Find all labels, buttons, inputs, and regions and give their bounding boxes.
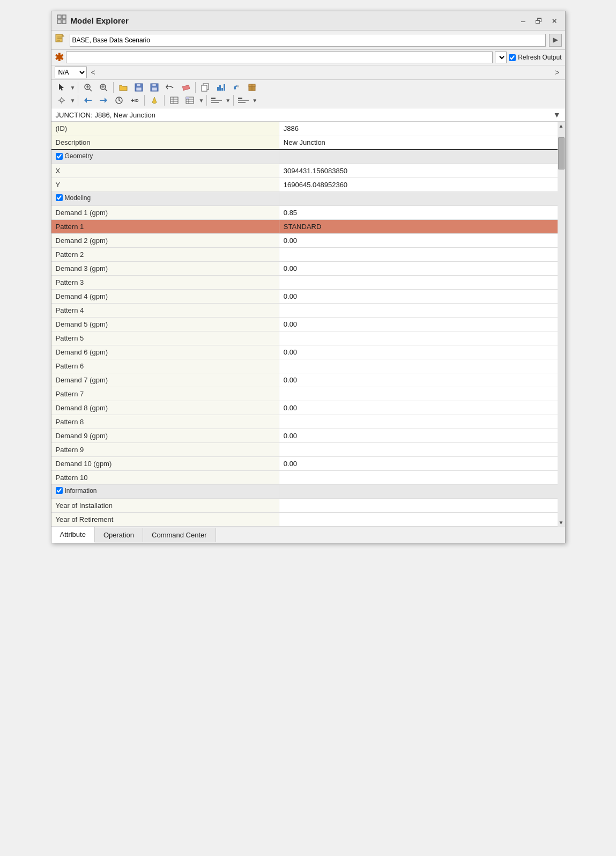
scrollbar-thumb[interactable] <box>558 137 565 169</box>
table-row[interactable]: Pattern 8 <box>51 415 558 429</box>
format-button1[interactable] <box>210 94 224 106</box>
table-row[interactable]: Pattern 1STANDARD <box>51 219 558 233</box>
property-value[interactable]: 0.00 <box>279 345 557 359</box>
zoom-in-button[interactable] <box>97 82 110 93</box>
sep1 <box>78 82 78 93</box>
add-id-button[interactable]: +ID <box>128 94 142 106</box>
property-value[interactable]: 1690645.048952360 <box>279 178 557 191</box>
chevron-left[interactable]: < <box>89 68 98 77</box>
table-row[interactable]: Information <box>51 484 558 498</box>
table-row[interactable]: Pattern 3 <box>51 275 558 289</box>
table-row[interactable]: Demand 8 (gpm)0.00 <box>51 401 558 415</box>
open-button[interactable] <box>116 82 130 93</box>
table-view2[interactable] <box>183 94 197 106</box>
table-row[interactable]: Year of Installation <box>51 498 558 512</box>
table-row[interactable]: (ID)J886 <box>51 122 558 136</box>
table-row[interactable]: Pattern 6 <box>51 359 558 373</box>
settings-dropdown[interactable]: ▼ <box>70 98 76 104</box>
back-button[interactable] <box>81 94 95 106</box>
table-row[interactable]: Pattern 7 <box>51 387 558 401</box>
na-select[interactable]: N/A <box>55 67 87 78</box>
table-row[interactable]: Demand 7 (gpm)0.00 <box>51 373 558 387</box>
sep7 <box>206 95 207 106</box>
history-button[interactable] <box>112 94 126 106</box>
section-checkbox[interactable] <box>56 487 63 494</box>
table-row[interactable]: Demand 5 (gpm)0.00 <box>51 317 558 331</box>
table-row[interactable]: Pattern 5 <box>51 331 558 345</box>
section-checkbox[interactable] <box>56 153 63 160</box>
scenario-nav-button[interactable] <box>549 34 562 47</box>
table-dropdown1[interactable]: ▼ <box>198 98 204 104</box>
cursor-dropdown[interactable]: ▼ <box>70 85 76 91</box>
table-row[interactable]: DescriptionNew Junction <box>51 136 558 150</box>
property-value[interactable]: 0.85 <box>279 205 557 219</box>
filter-icon: ✱ <box>55 52 64 63</box>
zoom-all-button[interactable] <box>81 82 95 93</box>
undo-button[interactable] <box>163 82 177 93</box>
property-value[interactable]: 0.00 <box>279 233 557 247</box>
property-value[interactable]: 0.00 <box>279 317 557 331</box>
property-value[interactable]: 0.00 <box>279 401 557 415</box>
table-row[interactable]: X3094431.156083850 <box>51 164 558 178</box>
cursor-tool[interactable] <box>55 82 69 93</box>
property-value[interactable]: New Junction <box>279 136 557 150</box>
color-button[interactable] <box>147 94 161 106</box>
table-row[interactable]: Demand 9 (gpm)0.00 <box>51 429 558 442</box>
scroll-down-arrow[interactable]: ▼ <box>558 519 565 527</box>
tab-command-center[interactable]: Command Center <box>143 528 216 542</box>
copy-button[interactable] <box>198 82 212 93</box>
table-row[interactable]: Demand 4 (gpm)0.00 <box>51 289 558 303</box>
property-value[interactable]: 0.00 <box>279 289 557 303</box>
scenario-select[interactable]: BASE, Base Data Scenario <box>70 34 546 47</box>
junction-dropdown-arrow[interactable]: ▼ <box>553 110 561 119</box>
chart-button[interactable] <box>214 82 228 93</box>
tab-operation[interactable]: Operation <box>95 528 143 542</box>
save-as-button[interactable] <box>147 82 161 93</box>
forward-button[interactable] <box>97 94 110 106</box>
table-view1[interactable] <box>167 94 181 106</box>
property-value[interactable]: 0.00 <box>279 261 557 275</box>
table-row[interactable]: Demand 1 (gpm)0.85 <box>51 205 558 219</box>
package-button[interactable] <box>245 82 259 93</box>
table-row[interactable]: Demand 10 (gpm)0.00 <box>51 456 558 470</box>
save-button[interactable] <box>132 82 146 93</box>
chevron-right[interactable]: > <box>553 68 561 77</box>
filter-input[interactable] <box>66 51 493 63</box>
property-value[interactable]: 3094431.156083850 <box>279 164 557 178</box>
scrollbar[interactable]: ▲ ▼ <box>558 122 565 527</box>
table-row[interactable]: Demand 6 (gpm)0.00 <box>51 345 558 359</box>
format-button2[interactable] <box>236 94 250 106</box>
property-value[interactable]: STANDARD <box>279 219 557 233</box>
section-checkbox[interactable] <box>56 194 63 201</box>
filter-dropdown[interactable] <box>495 51 507 63</box>
close-button[interactable]: × <box>550 15 560 26</box>
table-row[interactable]: Geometry <box>51 150 558 164</box>
table-row[interactable]: Modeling <box>51 191 558 205</box>
table-row[interactable]: Demand 3 (gpm)0.00 <box>51 261 558 275</box>
window-title: Model Explorer <box>71 16 129 25</box>
scenario-dropdown-container[interactable]: BASE, Base Data Scenario <box>70 34 546 47</box>
table-row[interactable]: Y1690645.048952360 <box>51 178 558 191</box>
table-row[interactable]: Pattern 9 <box>51 442 558 456</box>
link-button[interactable] <box>229 82 243 93</box>
table-row[interactable]: Pattern 4 <box>51 303 558 317</box>
table-row[interactable]: Pattern 2 <box>51 247 558 261</box>
table-row[interactable]: Demand 2 (gpm)0.00 <box>51 233 558 247</box>
format-dropdown2[interactable]: ▼ <box>252 98 257 104</box>
scroll-up-arrow[interactable]: ▲ <box>558 122 565 130</box>
property-value[interactable]: 0.00 <box>279 429 557 442</box>
format-dropdown1[interactable]: ▼ <box>225 98 231 104</box>
property-value[interactable]: 0.00 <box>279 373 557 387</box>
property-value <box>279 275 557 289</box>
svg-rect-29 <box>219 85 221 91</box>
pin-button[interactable]: – <box>518 16 528 26</box>
eraser-button[interactable] <box>179 82 192 93</box>
settings-button[interactable] <box>55 94 69 106</box>
refresh-output-checkbox[interactable] <box>509 54 516 61</box>
table-row[interactable]: Year of Retirement <box>51 512 558 526</box>
float-button[interactable]: 🗗 <box>532 16 545 26</box>
property-value[interactable]: 0.00 <box>279 456 557 470</box>
property-value[interactable]: J886 <box>279 122 557 136</box>
tab-attribute[interactable]: Attribute <box>51 527 95 543</box>
table-row[interactable]: Pattern 10 <box>51 470 558 484</box>
